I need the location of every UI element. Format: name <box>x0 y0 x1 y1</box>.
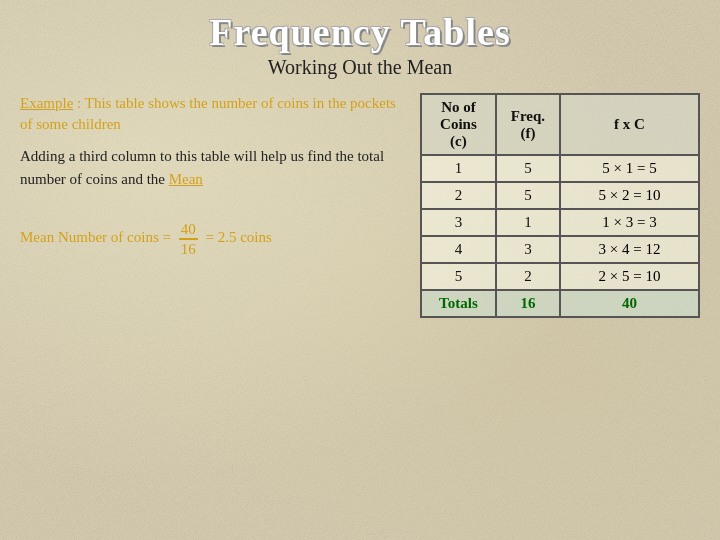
mean-numerator: 40 <box>179 220 198 240</box>
header-coins: No ofCoins(c) <box>421 94 496 155</box>
adding-highlight: Mean <box>169 171 203 187</box>
table-row: 5 2 2 × 5 = 10 <box>421 263 699 290</box>
cell-coins-3: 4 <box>421 236 496 263</box>
cell-fxc-1: 5 × 2 = 10 <box>560 182 699 209</box>
frequency-table: No ofCoins(c) Freq.(f) f x C 1 5 5 × 1 =… <box>420 93 700 318</box>
cell-coins-0: 1 <box>421 155 496 182</box>
left-panel: Example : This table shows the number of… <box>20 93 410 258</box>
table-row: 3 1 1 × 3 = 3 <box>421 209 699 236</box>
page-subtitle: Working Out the Mean <box>20 56 700 79</box>
table-row: 2 5 5 × 2 = 10 <box>421 182 699 209</box>
cell-fxc-2: 1 × 3 = 3 <box>560 209 699 236</box>
cell-coins-1: 2 <box>421 182 496 209</box>
header-freq: Freq.(f) <box>496 94 560 155</box>
totals-label: Totals <box>421 290 496 317</box>
table-row: 4 3 3 × 4 = 12 <box>421 236 699 263</box>
table-row: 1 5 5 × 1 = 5 <box>421 155 699 182</box>
adding-text: Adding a third column to this table will… <box>20 145 405 190</box>
cell-freq-3: 3 <box>496 236 560 263</box>
mean-denominator: 16 <box>179 240 198 258</box>
cell-freq-4: 2 <box>496 263 560 290</box>
example-body: : This table shows the number of coins i… <box>20 95 396 132</box>
example-text: Example : This table shows the number of… <box>20 93 405 135</box>
page-container: Frequency Tables Working Out the Mean Ex… <box>0 0 720 540</box>
cell-fxc-4: 2 × 5 = 10 <box>560 263 699 290</box>
mean-fraction: 40 16 <box>179 220 198 258</box>
mean-label: Mean Number of coins = <box>20 229 175 245</box>
main-content: Example : This table shows the number of… <box>20 93 700 318</box>
table-header-row: No ofCoins(c) Freq.(f) f x C <box>421 94 699 155</box>
cell-coins-2: 3 <box>421 209 496 236</box>
table-panel: No ofCoins(c) Freq.(f) f x C 1 5 5 × 1 =… <box>420 93 700 318</box>
mean-result: = 2.5 coins <box>205 229 271 245</box>
cell-freq-2: 1 <box>496 209 560 236</box>
example-label: Example <box>20 95 73 111</box>
header-fxc: f x C <box>560 94 699 155</box>
table-totals-row: Totals 16 40 <box>421 290 699 317</box>
cell-freq-0: 5 <box>496 155 560 182</box>
totals-freq: 16 <box>496 290 560 317</box>
page-title: Frequency Tables <box>20 10 700 54</box>
cell-fxc-0: 5 × 1 = 5 <box>560 155 699 182</box>
totals-fxc: 40 <box>560 290 699 317</box>
cell-fxc-3: 3 × 4 = 12 <box>560 236 699 263</box>
cell-freq-1: 5 <box>496 182 560 209</box>
cell-coins-4: 5 <box>421 263 496 290</box>
mean-calculation: Mean Number of coins = 40 16 = 2.5 coins <box>20 220 405 258</box>
